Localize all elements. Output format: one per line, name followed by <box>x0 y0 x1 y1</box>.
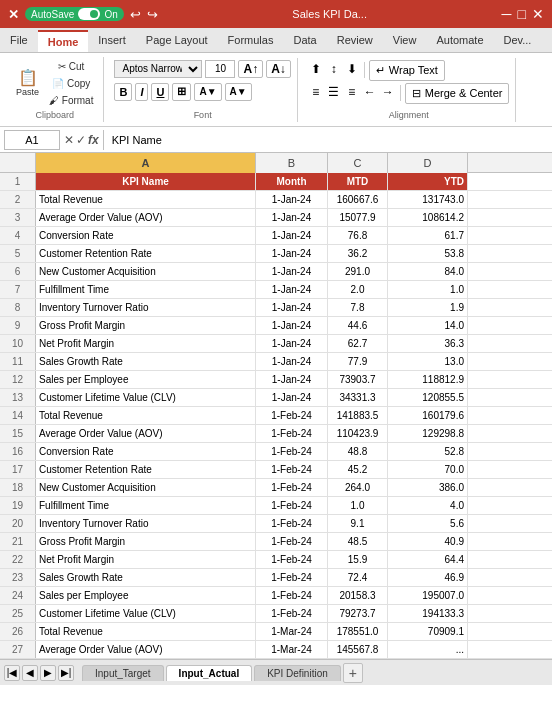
table-cell[interactable]: Sales per Employee <box>36 587 256 604</box>
table-cell[interactable]: 44.6 <box>328 317 388 334</box>
table-row[interactable]: 15Average Order Value (AOV)1-Feb-2411042… <box>0 425 552 443</box>
table-cell[interactable]: 14.0 <box>388 317 468 334</box>
table-cell[interactable]: 70.0 <box>388 461 468 478</box>
table-cell[interactable]: 2.0 <box>328 281 388 298</box>
table-row[interactable]: 3Average Order Value (AOV)1-Jan-2415077.… <box>0 209 552 227</box>
table-cell[interactable]: 1-Feb-24 <box>256 533 328 550</box>
table-cell[interactable]: 1-Jan-24 <box>256 281 328 298</box>
table-cell[interactable]: 110423.9 <box>328 425 388 442</box>
table-cell[interactable]: 1-Jan-24 <box>256 227 328 244</box>
table-row[interactable]: 12Sales per Employee1-Jan-2473903.711881… <box>0 371 552 389</box>
table-cell[interactable]: 36.3 <box>388 335 468 352</box>
table-cell[interactable]: Average Order Value (AOV) <box>36 641 256 658</box>
table-cell[interactable]: 1-Jan-24 <box>256 263 328 280</box>
table-cell[interactable]: 79273.7 <box>328 605 388 622</box>
sheet-nav-prev[interactable]: ◀ <box>22 665 38 681</box>
indent-decrease-btn[interactable]: ← <box>362 84 378 100</box>
table-cell[interactable]: 15077.9 <box>328 209 388 226</box>
table-cell[interactable]: 1-Feb-24 <box>256 479 328 496</box>
cut-button[interactable]: ✂ Cut <box>45 59 97 74</box>
table-cell[interactable]: 1-Jan-24 <box>256 209 328 226</box>
border-button[interactable]: ⊞ <box>172 83 191 101</box>
table-cell[interactable]: 46.9 <box>388 569 468 586</box>
align-left-btn[interactable]: ≡ <box>308 84 324 100</box>
tab-data[interactable]: Data <box>283 30 326 52</box>
table-cell[interactable]: 1.9 <box>388 299 468 316</box>
table-row[interactable]: 10Net Profit Margin1-Jan-2462.736.3 <box>0 335 552 353</box>
table-cell[interactable]: 1-Jan-24 <box>256 389 328 406</box>
table-cell[interactable]: 178551.0 <box>328 623 388 640</box>
tab-review[interactable]: Review <box>327 30 383 52</box>
table-cell[interactable]: Inventory Turnover Ratio <box>36 515 256 532</box>
table-row[interactable]: 19Fulfillment Time1-Feb-241.04.0 <box>0 497 552 515</box>
table-cell[interactable]: 145567.8 <box>328 641 388 658</box>
table-cell[interactable]: 77.9 <box>328 353 388 370</box>
table-row[interactable]: 22Net Profit Margin1-Feb-2415.964.4 <box>0 551 552 569</box>
tab-home[interactable]: Home <box>38 30 89 52</box>
table-cell[interactable]: Customer Lifetime Value (CLV) <box>36 389 256 406</box>
table-cell[interactable]: 1-Feb-24 <box>256 569 328 586</box>
table-row[interactable]: 27Average Order Value (AOV)1-Mar-2414556… <box>0 641 552 659</box>
formula-fx-icon[interactable]: fx <box>88 133 99 147</box>
table-row[interactable]: 4Conversion Rate1-Jan-2476.861.7 <box>0 227 552 245</box>
table-cell[interactable]: Total Revenue <box>36 407 256 424</box>
table-row[interactable]: 6New Customer Acquisition1-Jan-24291.084… <box>0 263 552 281</box>
table-cell[interactable]: MTD <box>328 173 388 190</box>
sheet-tab-add-button[interactable]: + <box>343 663 363 683</box>
align-middle-btn[interactable]: ↕ <box>326 61 342 77</box>
table-cell[interactable]: 36.2 <box>328 245 388 262</box>
table-cell[interactable]: 64.4 <box>388 551 468 568</box>
table-cell[interactable]: 1-Jan-24 <box>256 245 328 262</box>
table-cell[interactable]: 40.9 <box>388 533 468 550</box>
table-row[interactable]: 1KPI NameMonthMTDYTD <box>0 173 552 191</box>
col-header-d[interactable]: D <box>388 153 468 173</box>
table-row[interactable]: 21Gross Profit Margin1-Feb-2448.540.9 <box>0 533 552 551</box>
table-cell[interactable]: 1-Jan-24 <box>256 317 328 334</box>
table-cell[interactable]: 15.9 <box>328 551 388 568</box>
table-cell[interactable]: 1-Feb-24 <box>256 425 328 442</box>
table-cell[interactable]: 48.8 <box>328 443 388 460</box>
table-cell[interactable]: 34331.3 <box>328 389 388 406</box>
table-cell[interactable]: New Customer Acquisition <box>36 263 256 280</box>
autosave-pill[interactable]: AutoSave On <box>25 7 124 21</box>
table-cell[interactable]: 1-Mar-24 <box>256 623 328 640</box>
table-row[interactable]: 13Customer Lifetime Value (CLV)1-Jan-243… <box>0 389 552 407</box>
table-cell[interactable]: 62.7 <box>328 335 388 352</box>
table-cell[interactable]: 1-Mar-24 <box>256 641 328 658</box>
toolbar-undo[interactable]: ↩ <box>130 7 141 22</box>
table-cell[interactable]: 73903.7 <box>328 371 388 388</box>
col-header-b[interactable]: B <box>256 153 328 173</box>
table-cell[interactable]: 1-Feb-24 <box>256 461 328 478</box>
col-header-a[interactable]: A <box>36 153 256 173</box>
table-cell[interactable]: 1-Feb-24 <box>256 407 328 424</box>
table-cell[interactable]: 118812.9 <box>388 371 468 388</box>
table-row[interactable]: 17Customer Retention Rate1-Feb-2445.270.… <box>0 461 552 479</box>
sheet-tab-input-target[interactable]: Input_Target <box>82 665 164 681</box>
table-cell[interactable]: Inventory Turnover Ratio <box>36 299 256 316</box>
sheet-tab-input-actual[interactable]: Input_Actual <box>166 665 253 681</box>
table-cell[interactable]: YTD <box>388 173 468 190</box>
table-cell[interactable]: Gross Profit Margin <box>36 533 256 550</box>
align-center-btn[interactable]: ☰ <box>326 84 342 100</box>
table-cell[interactable]: 84.0 <box>388 263 468 280</box>
table-cell[interactable]: New Customer Acquisition <box>36 479 256 496</box>
table-row[interactable]: 5Customer Retention Rate1-Jan-2436.253.8 <box>0 245 552 263</box>
table-cell[interactable]: 160667.6 <box>328 191 388 208</box>
formula-confirm-icon[interactable]: ✓ <box>76 133 86 147</box>
table-cell[interactable]: 9.1 <box>328 515 388 532</box>
table-cell[interactable]: Month <box>256 173 328 190</box>
table-cell[interactable]: 1-Feb-24 <box>256 515 328 532</box>
table-cell[interactable]: 1.0 <box>388 281 468 298</box>
table-cell[interactable]: 61.7 <box>388 227 468 244</box>
table-cell[interactable]: 4.0 <box>388 497 468 514</box>
table-cell[interactable]: 20158.3 <box>328 587 388 604</box>
table-cell[interactable]: 1-Feb-24 <box>256 497 328 514</box>
font-color-button[interactable]: A▼ <box>225 83 252 101</box>
sheet-tab-kpi-definition[interactable]: KPI Definition <box>254 665 341 681</box>
table-cell[interactable]: KPI Name <box>36 173 256 190</box>
table-cell[interactable]: 194133.3 <box>388 605 468 622</box>
table-row[interactable]: 2Total Revenue1-Jan-24160667.6131743.0 <box>0 191 552 209</box>
table-row[interactable]: 24Sales per Employee1-Feb-2420158.319500… <box>0 587 552 605</box>
table-cell[interactable]: 195007.0 <box>388 587 468 604</box>
paste-button[interactable]: 📋 Paste <box>12 68 43 99</box>
